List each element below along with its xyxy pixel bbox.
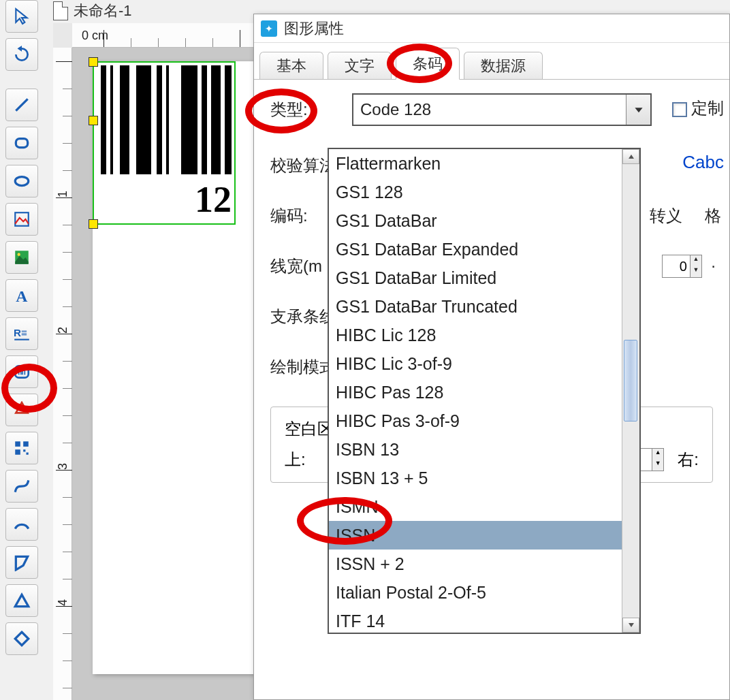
svg-point-14 xyxy=(20,407,25,411)
dropdown-list[interactable]: FlattermarkenGS1 128GS1 DataBarGS1 DataB… xyxy=(329,149,622,633)
custom-checkbox-row[interactable]: 定制 xyxy=(672,97,724,119)
tab-barcode[interactable]: 条码 xyxy=(396,48,460,80)
qr-icon[interactable] xyxy=(5,432,38,464)
dropdown-item[interactable]: ISBN 13 + 5 xyxy=(329,464,622,492)
scroll-thumb[interactable] xyxy=(624,340,637,421)
svg-rect-17 xyxy=(15,449,20,455)
text-icon[interactable]: A xyxy=(5,279,38,312)
scroll-down-icon[interactable] xyxy=(622,618,639,633)
label-right: 右: xyxy=(678,449,699,471)
svg-rect-9 xyxy=(15,366,29,377)
image-frame-icon[interactable] xyxy=(5,203,38,236)
chevron-down-icon[interactable] xyxy=(626,95,650,125)
dropdown-item[interactable]: GS1 DataBar Limited xyxy=(329,264,622,292)
svg-text:A: A xyxy=(16,287,28,304)
ruler-mark: 3 xyxy=(56,463,70,470)
svg-rect-1 xyxy=(16,139,27,148)
line-icon[interactable] xyxy=(5,89,38,121)
stamp-icon[interactable] xyxy=(5,394,38,426)
dropdown-item[interactable]: HIBC Pas 3-of-9 xyxy=(329,407,622,435)
svg-text:R≡: R≡ xyxy=(14,327,27,338)
dropdown-item[interactable]: GS1 DataBar xyxy=(329,206,622,235)
cabc-label[interactable]: Cabc xyxy=(682,152,724,173)
tab-datasource[interactable]: 数据源 xyxy=(464,52,543,79)
label-escape: 转义 xyxy=(650,206,682,225)
properties-dialog: ✦ 图形属性 基本 文字 条码 数据源 类型: Code 128 定制 Cabc… xyxy=(253,14,730,700)
stepper-down[interactable]: ▼ xyxy=(691,266,701,277)
tab-basic[interactable]: 基本 xyxy=(259,52,323,79)
rounded-rect-icon[interactable] xyxy=(5,127,38,159)
dropdown-item[interactable]: Flattermarken xyxy=(329,149,622,178)
checkbox-icon[interactable] xyxy=(672,102,687,117)
document-title: 未命名-1 xyxy=(74,1,132,21)
document-tab[interactable]: 未命名-1 xyxy=(53,0,132,22)
dropdown-item[interactable]: ISMN xyxy=(329,492,622,521)
label-custom: 定制 xyxy=(691,99,724,117)
spinner-field[interactable]: ▲▼ xyxy=(662,255,702,278)
selection-box[interactable] xyxy=(93,61,236,225)
picture-icon[interactable] xyxy=(5,241,38,274)
svg-rect-16 xyxy=(23,441,29,447)
dropdown-item[interactable]: GS1 DataBar Expanded xyxy=(329,235,622,264)
label-type: 类型: xyxy=(270,99,352,121)
dropdown-item[interactable]: ISBN 13 xyxy=(329,435,622,464)
type-dropdown: FlattermarkenGS1 128GS1 DataBarGS1 DataB… xyxy=(328,148,641,634)
resize-handle[interactable] xyxy=(89,219,98,229)
arc-icon[interactable] xyxy=(5,508,38,541)
svg-rect-18 xyxy=(23,449,25,451)
resize-handle[interactable] xyxy=(89,116,98,125)
svg-rect-15 xyxy=(15,441,20,447)
dropdown-item[interactable]: HIBC Lic 3-of-9 xyxy=(329,349,622,378)
dropdown-item[interactable]: GS1 DataBar Truncated xyxy=(329,292,622,321)
barcode-icon[interactable] xyxy=(5,355,38,388)
scrollbar[interactable] xyxy=(622,149,639,633)
resize-handle[interactable] xyxy=(89,57,98,67)
svg-point-5 xyxy=(18,253,20,256)
ruler-mark: 4 xyxy=(56,599,70,606)
tab-text[interactable]: 文字 xyxy=(328,52,392,79)
dropdown-item[interactable]: ISSN xyxy=(329,521,622,550)
stepper-up[interactable]: ▲ xyxy=(652,449,663,460)
barcode-panel: 类型: Code 128 定制 Cabc 校验算法 编码: 转义 格 线宽(m xyxy=(254,80,729,496)
svg-rect-19 xyxy=(27,453,29,455)
dialog-icon: ✦ xyxy=(261,20,277,37)
ellipse-icon[interactable] xyxy=(5,165,38,197)
dialog-tabs: 基本 文字 条码 数据源 xyxy=(254,43,729,80)
ruler-origin-label: 0 cm xyxy=(82,29,108,43)
dropdown-item[interactable]: HIBC Pas 128 xyxy=(329,378,622,407)
format-text-icon[interactable]: R≡ xyxy=(5,317,38,350)
label-top: 上: xyxy=(285,449,306,471)
diamond-icon[interactable] xyxy=(5,622,38,655)
svg-point-2 xyxy=(15,177,29,186)
stepper-up[interactable]: ▲ xyxy=(691,255,701,266)
ruler-vertical: 1 2 3 4 xyxy=(53,48,72,700)
dropdown-item[interactable]: GS1 128 xyxy=(329,178,622,206)
label-format: 格 xyxy=(705,206,721,225)
dialog-title: 图形属性 xyxy=(284,18,344,39)
ruler-mark: 1 xyxy=(56,191,70,197)
dialog-titlebar[interactable]: ✦ 图形属性 xyxy=(254,14,729,43)
combo-value: Code 128 xyxy=(360,100,431,119)
curve-icon[interactable] xyxy=(5,470,38,503)
polygon-icon[interactable] xyxy=(5,546,38,579)
redo-icon[interactable] xyxy=(5,38,38,71)
triangle-icon[interactable] xyxy=(5,584,38,617)
spinner-input[interactable] xyxy=(663,259,690,274)
document-icon xyxy=(53,1,68,20)
type-combo[interactable]: Code 128 xyxy=(352,93,652,126)
dropdown-item[interactable]: Italian Postal 2-Of-5 xyxy=(329,578,622,607)
dropdown-item[interactable]: ITF 14 xyxy=(329,607,622,633)
scroll-up-icon[interactable] xyxy=(622,149,639,164)
svg-line-0 xyxy=(16,99,27,110)
dropdown-item[interactable]: HIBC Lic 128 xyxy=(329,321,622,349)
cursor-icon[interactable] xyxy=(5,0,38,33)
stepper-down[interactable]: ▼ xyxy=(652,460,663,471)
ruler-mark: 2 xyxy=(56,327,70,334)
tool-toolbar: A R≡ xyxy=(5,0,45,655)
dropdown-item[interactable]: ISSN + 2 xyxy=(329,550,622,578)
